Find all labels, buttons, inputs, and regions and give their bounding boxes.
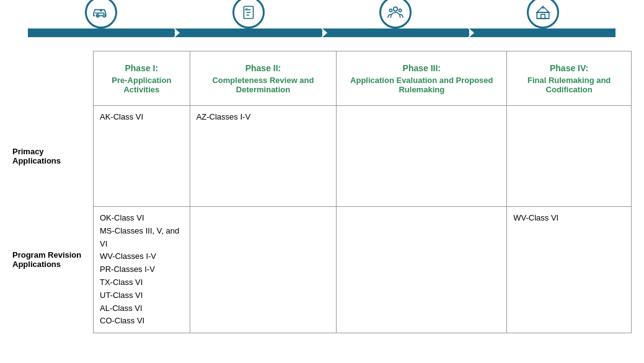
- primacy-phase4-cell: [507, 106, 632, 207]
- primacy-label: Primacy Applications: [12, 105, 93, 206]
- data-table: Phase I: Pre-Application Activities Phas…: [93, 51, 632, 333]
- header-spacer: [12, 51, 93, 105]
- chevron-seg-2: [175, 28, 321, 37]
- page-wrapper: Primacy Applications Program Revision Ap…: [0, 0, 644, 346]
- svg-point-9: [399, 9, 402, 12]
- svg-point-2: [100, 10, 102, 11]
- phase4-header: Phase IV: Final Rulemaking and Codificat…: [507, 51, 632, 106]
- phase3-icon: [379, 0, 412, 28]
- phase1-icon: [85, 0, 117, 28]
- svg-rect-10: [537, 12, 549, 19]
- program-row: OK-Class VIMS-Classes III, V, and VIWV-C…: [94, 207, 632, 333]
- chevron-seg-1: [28, 28, 174, 37]
- primacy-phase3-cell: [337, 106, 507, 207]
- header-row: Phase I: Pre-Application Activities Phas…: [94, 51, 632, 106]
- chevron-bar: [28, 28, 617, 37]
- program-phase2-cell: [190, 207, 337, 333]
- phase2-icon: [232, 0, 265, 28]
- svg-rect-12: [541, 14, 545, 19]
- chevron-seg-3: [322, 28, 469, 37]
- phase4-icon: [527, 0, 559, 28]
- phase1-header: Phase I: Pre-Application Activities: [94, 51, 190, 106]
- svg-point-8: [390, 9, 392, 12]
- program-phase3-cell: [337, 207, 507, 333]
- phase3-header: Phase III: Application Evaluation and Pr…: [337, 51, 507, 106]
- phase2-header: Phase II: Completeness Review and Determ…: [190, 51, 337, 106]
- primacy-phase1-cell: AK-Class VI: [94, 106, 190, 207]
- table-wrapper: Primacy Applications Program Revision Ap…: [12, 51, 632, 333]
- program-phase1-cell: OK-Class VIMS-Classes III, V, and VIWV-C…: [94, 207, 190, 333]
- program-label: Program Revision Applications: [12, 206, 93, 312]
- svg-point-7: [394, 7, 398, 11]
- progress-bar: [12, 6, 632, 43]
- row-labels: Primacy Applications Program Revision Ap…: [12, 51, 93, 333]
- primacy-phase2-cell: AZ-Classes I-V: [190, 106, 337, 207]
- primacy-row: AK-Class VI AZ-Classes I-V: [94, 106, 632, 207]
- program-phase4-cell: WV-Class VI: [507, 207, 632, 333]
- icons-row: [28, 0, 617, 28]
- chevron-seg-4: [469, 28, 615, 37]
